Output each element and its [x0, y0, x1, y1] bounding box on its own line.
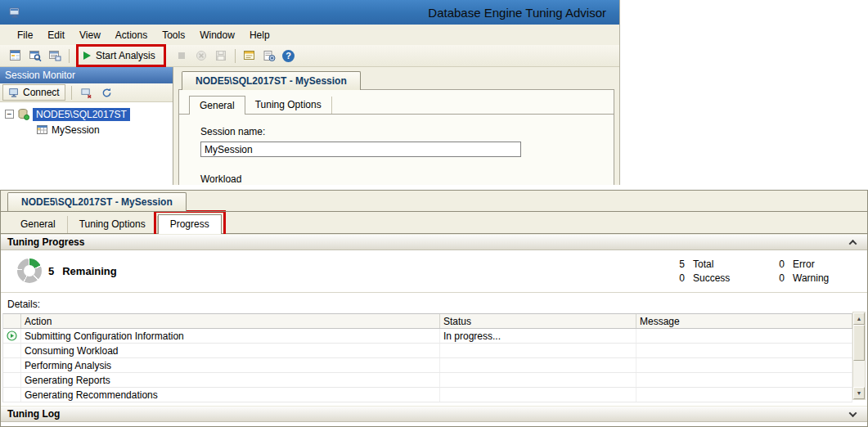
- tuning-log-title: Tuning Log: [7, 408, 60, 420]
- stats-column-left: 5Total 0Success: [673, 258, 730, 285]
- row-status-cell: [3, 388, 21, 402]
- session-monitor-title: Session Monitor: [0, 67, 173, 83]
- main-window: Database Engine Tuning Advisor File Edit…: [0, 0, 620, 185]
- session-name-label: Session name:: [200, 126, 614, 137]
- stat-warning: 0Warning: [773, 272, 829, 285]
- view-reports-button[interactable]: [46, 47, 64, 65]
- session-name-input[interactable]: [200, 142, 521, 157]
- column-header-status[interactable]: Status: [440, 314, 636, 328]
- collapse-button[interactable]: [848, 237, 857, 247]
- apply-recommendations-button[interactable]: [212, 47, 230, 65]
- tab-general[interactable]: General: [189, 96, 245, 115]
- scroll-down-button[interactable]: ▼: [853, 387, 865, 399]
- cell-action: Consuming Workload: [21, 344, 440, 357]
- toolbar-separator: [71, 86, 72, 100]
- cell-status: [440, 373, 636, 387]
- progress-details-table: Action Status Message Submitting Configu…: [2, 313, 852, 402]
- session-grid-icon: [36, 124, 48, 136]
- chevron-down-icon: [848, 409, 857, 417]
- session-monitor-toolbar: Connect: [0, 83, 173, 102]
- help-button[interactable]: ?: [280, 47, 298, 65]
- tree-session-label[interactable]: MySession: [52, 124, 100, 136]
- cell-status: In progress...: [440, 329, 636, 343]
- cell-message: [636, 344, 852, 357]
- stat-success: 0Success: [673, 272, 730, 285]
- chevron-up-icon: [848, 239, 857, 247]
- new-session-button[interactable]: [7, 47, 25, 65]
- document-tab[interactable]: NODE5\SQL2017ST - MySession: [7, 192, 187, 211]
- open-session-icon: [29, 49, 42, 62]
- menu-bar: File Edit View Actions Tools Window Help: [0, 25, 619, 45]
- table-row[interactable]: Consuming Workload: [3, 344, 852, 358]
- title-bar[interactable]: Database Engine Tuning Advisor: [0, 0, 619, 25]
- row-status-cell: [3, 358, 21, 372]
- start-analysis-button[interactable]: Start Analysis: [79, 47, 163, 64]
- session-document-panel: General Tuning Options Session name: Wor…: [178, 89, 614, 185]
- tab-general[interactable]: General: [9, 216, 68, 233]
- table-header-row: Action Status Message: [3, 314, 852, 329]
- document-area: NODE5\SQL2017ST - MySession General Tuni…: [173, 67, 619, 185]
- tab-tuning-options[interactable]: Tuning Options: [245, 97, 332, 114]
- main-content-row: Session Monitor Connect: [0, 67, 619, 185]
- start-analysis-label: Start Analysis: [96, 50, 155, 61]
- disconnect-button[interactable]: [78, 83, 96, 101]
- scrollbar-thumb[interactable]: [853, 325, 865, 361]
- new-session-icon: [9, 49, 22, 62]
- cell-action: Submitting Configuration Information: [21, 329, 440, 343]
- menu-view[interactable]: View: [72, 26, 108, 44]
- row-status-cell: [3, 329, 21, 343]
- cell-message: [636, 388, 852, 402]
- session-tabstrip: General Tuning Options Progress: [1, 212, 867, 234]
- tuning-options-button[interactable]: [260, 47, 278, 65]
- stat-success-value: 0: [673, 272, 685, 285]
- cell-action: Generating Reports: [21, 373, 440, 387]
- tab-tuning-options[interactable]: Tuning Options: [68, 216, 158, 233]
- in-progress-icon: [7, 330, 17, 341]
- tree-row-server[interactable]: − NODE5\SQL2017ST: [0, 106, 173, 122]
- stat-total-label: Total: [693, 258, 713, 270]
- column-header-action[interactable]: Action: [21, 314, 440, 328]
- menu-help[interactable]: Help: [242, 26, 277, 44]
- tuning-log-header[interactable]: Tuning Log: [1, 406, 867, 422]
- progress-summary: 5 Remaining 5Total 0Success 0Error: [1, 250, 867, 293]
- document-tab[interactable]: NODE5\SQL2017ST - MySession: [182, 71, 361, 90]
- table-row[interactable]: Generating Reports: [3, 373, 852, 388]
- menu-tools[interactable]: Tools: [155, 26, 192, 44]
- row-status-cell: [3, 344, 21, 357]
- refresh-icon: [101, 87, 113, 99]
- menu-file[interactable]: File: [10, 26, 40, 44]
- expand-button[interactable]: [848, 409, 857, 419]
- tree-server-label[interactable]: NODE5\SQL2017ST: [33, 108, 130, 121]
- table-row[interactable]: Generating Recommendations: [3, 388, 852, 402]
- stats-column-right: 0Error 0Warning: [773, 258, 829, 285]
- refresh-button[interactable]: [98, 83, 116, 101]
- open-session-button[interactable]: [26, 47, 44, 65]
- collapse-expander-icon[interactable]: −: [5, 110, 14, 119]
- table-scrollbar[interactable]: ▲ ▼: [852, 312, 866, 400]
- toolbar-separator: [235, 49, 236, 63]
- cell-message: [636, 329, 852, 343]
- screenshot: Database Engine Tuning Advisor File Edit…: [0, 0, 868, 427]
- cancel-icon: [195, 49, 208, 62]
- stat-success-label: Success: [693, 272, 730, 284]
- menu-actions[interactable]: Actions: [108, 26, 155, 44]
- session-monitor-panel: Session Monitor Connect: [0, 67, 173, 185]
- tab-progress[interactable]: Progress: [158, 214, 222, 234]
- view-reports-icon: [48, 49, 61, 62]
- remaining-value: 5: [48, 265, 54, 277]
- scroll-up-button[interactable]: ▲: [853, 312, 865, 325]
- tuning-progress-header[interactable]: Tuning Progress: [1, 234, 867, 250]
- workload-label: Workload: [200, 173, 614, 185]
- connect-button[interactable]: Connect: [2, 84, 65, 101]
- table-row[interactable]: Performing Analysis: [3, 358, 852, 373]
- stat-error: 0Error: [773, 258, 829, 272]
- tree-row-session[interactable]: MySession: [36, 122, 173, 137]
- session-tabstrip: General Tuning Options: [179, 95, 614, 115]
- menu-edit[interactable]: Edit: [40, 26, 72, 44]
- session-properties-button[interactable]: [241, 47, 259, 65]
- column-header-message[interactable]: Message: [636, 314, 852, 328]
- stop-analysis-button[interactable]: [173, 47, 191, 65]
- menu-window[interactable]: Window: [192, 26, 242, 44]
- cancel-analysis-button[interactable]: [192, 47, 210, 65]
- table-row[interactable]: Submitting Configuration Information In …: [3, 329, 852, 344]
